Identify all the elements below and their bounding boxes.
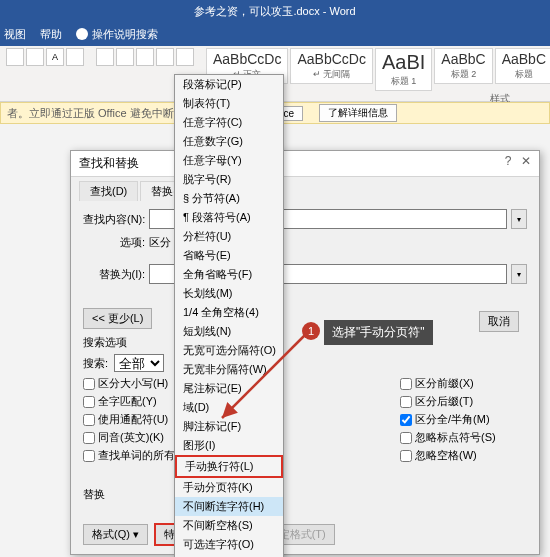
options-label: 选项:	[83, 235, 145, 250]
spec-menu-item[interactable]: 任意字符(C)	[175, 113, 283, 132]
rb-btn[interactable]: A	[46, 48, 64, 66]
dialog-tabs: 查找(D) 替换(P) 定位(G)	[71, 177, 539, 201]
check-option[interactable]: 忽略空格(W)	[400, 448, 527, 463]
spec-menu-item[interactable]: 图形(I)	[175, 436, 283, 455]
less-options-button[interactable]: << 更少(L)	[83, 308, 152, 329]
rb-btn[interactable]	[156, 48, 174, 66]
replace-label: 替换为(I):	[83, 267, 145, 282]
ribbon-tabs: 视图 帮助 操作说明搜索	[0, 22, 550, 46]
spec-menu-item[interactable]: 不间断空格(S)	[175, 516, 283, 535]
search-dir-label: 搜索:	[83, 356, 108, 371]
style-item[interactable]: AaBI标题 1	[375, 48, 432, 91]
spec-menu-item[interactable]: 无宽可选分隔符(O)	[175, 341, 283, 360]
dialog-title: 查找和替换	[79, 156, 139, 170]
spec-menu-item[interactable]: 任意数字(G)	[175, 132, 283, 151]
rb-btn[interactable]	[26, 48, 44, 66]
annotation-badge: 1	[302, 322, 320, 340]
spec-menu-item[interactable]: 任意字母(Y)	[175, 151, 283, 170]
style-item[interactable]: AaBbC标题 2	[434, 48, 492, 84]
spec-menu-item[interactable]: 长划线(M)	[175, 284, 283, 303]
activation-text: 者。立即通过正版 Office 避免中断并使	[7, 102, 196, 124]
check-option[interactable]: 忽略标点符号(S)	[400, 430, 527, 445]
tab-find[interactable]: 查找(D)	[79, 181, 138, 201]
spec-menu-item[interactable]: 分栏符(U)	[175, 227, 283, 246]
spec-menu-item[interactable]: 省略号(E)	[175, 246, 283, 265]
tab-view[interactable]: 视图	[4, 27, 26, 42]
spec-menu-item[interactable]: § 分节符(A)	[175, 189, 283, 208]
check-option[interactable]: 区分全/半角(M)	[400, 412, 527, 427]
spec-menu-item[interactable]: 段落标记(P)	[175, 75, 283, 94]
spec-menu-item[interactable]: 脚注标记(F)	[175, 417, 283, 436]
replace-dropdown[interactable]: ▾	[511, 264, 527, 284]
close-icon[interactable]: ✕	[519, 155, 533, 169]
style-item[interactable]: AaBbC标题	[495, 48, 550, 84]
tab-help[interactable]: 帮助	[40, 27, 62, 42]
rb-btn[interactable]	[66, 48, 84, 66]
rb-btn[interactable]	[176, 48, 194, 66]
rb-btn[interactable]	[6, 48, 24, 66]
spec-menu-item[interactable]: 无宽非分隔符(W)	[175, 360, 283, 379]
rb-btn[interactable]	[116, 48, 134, 66]
search-direction-select[interactable]: 全部	[114, 354, 164, 372]
spec-menu-item[interactable]: 可选连字符(O)	[175, 535, 283, 554]
spec-menu-item[interactable]: 制表符(T)	[175, 94, 283, 113]
tell-me-search[interactable]: 操作说明搜索	[76, 27, 158, 42]
spec-menu-item[interactable]: 域(D)	[175, 398, 283, 417]
rb-btn[interactable]	[96, 48, 114, 66]
spec-menu-item[interactable]: 不间断连字符(H)	[175, 497, 283, 516]
check-option[interactable]: 区分前缀(X)	[400, 376, 527, 391]
spec-menu-item[interactable]: 短划线(N)	[175, 322, 283, 341]
rb-btn[interactable]	[136, 48, 154, 66]
spec-menu-item[interactable]: ¶ 段落符号(A)	[175, 208, 283, 227]
bulb-icon	[76, 28, 88, 40]
cancel-button[interactable]: 取消	[479, 311, 519, 332]
options-value: 区分	[149, 235, 171, 250]
dialog-title-bar: 查找和替换 ? ✕	[71, 151, 539, 177]
annotation-label: 选择"手动分页符"	[324, 320, 433, 345]
spec-menu-item[interactable]: 尾注标记(E)	[175, 379, 283, 398]
find-label: 查找内容(N):	[83, 212, 145, 227]
spec-menu-item[interactable]: 手动分页符(K)	[175, 478, 283, 497]
spec-menu-item[interactable]: 全角省略号(F)	[175, 265, 283, 284]
check-option[interactable]: 区分后缀(T)	[400, 394, 527, 409]
window-title: 参考之资，可以攻玉.docx - Word	[0, 0, 550, 22]
replace-section-label: 替换	[83, 487, 527, 502]
special-format-menu: 段落标记(P)制表符(T)任意字符(C)任意数字(G)任意字母(Y)脱字号(R)…	[174, 74, 284, 557]
find-replace-dialog: 查找和替换 ? ✕ 查找(D) 替换(P) 定位(G) 查找内容(N): ▾ 选…	[70, 150, 540, 555]
find-dropdown[interactable]: ▾	[511, 209, 527, 229]
help-icon[interactable]: ?	[501, 155, 515, 169]
style-item[interactable]: AaBbCcDc↵ 无间隔	[290, 48, 372, 84]
detail-button[interactable]: 了解详细信息	[319, 104, 397, 122]
format-button[interactable]: 格式(Q) ▾	[83, 524, 148, 545]
spec-menu-item[interactable]: 1/4 全角空格(4)	[175, 303, 283, 322]
spec-menu-item[interactable]: 手动换行符(L)	[175, 455, 283, 478]
spec-menu-item[interactable]: 脱字号(R)	[175, 170, 283, 189]
